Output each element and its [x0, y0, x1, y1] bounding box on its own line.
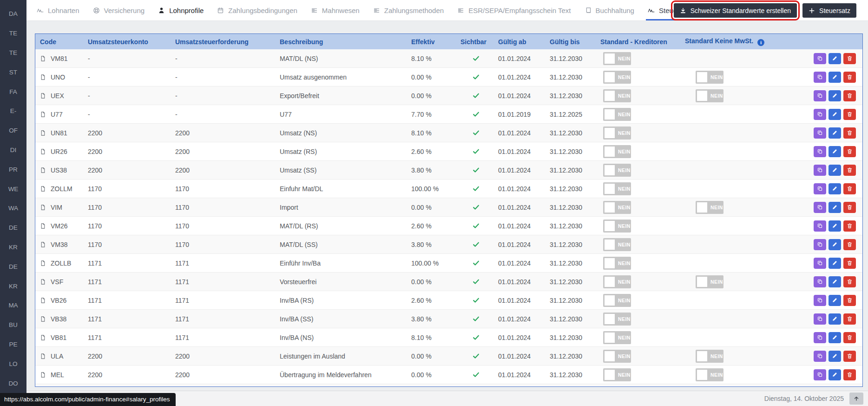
delete-button[interactable] — [843, 202, 856, 213]
sidebar-item-fa[interactable]: FA — [0, 82, 26, 101]
delete-button[interactable] — [843, 165, 856, 176]
delete-button[interactable] — [843, 295, 856, 306]
delete-button[interactable] — [843, 332, 856, 343]
standard-kreditoren-toggle[interactable]: NEIN — [603, 275, 631, 288]
duplicate-button[interactable] — [814, 332, 826, 343]
tab-esr-sepa-empfangsschein-text[interactable]: ESR/SEPA/Empfangsschein Text — [457, 0, 571, 20]
standard-keine-mwst-toggle[interactable]: NEIN — [696, 89, 723, 102]
delete-button[interactable] — [843, 276, 856, 287]
standard-keine-mwst-toggle[interactable]: NEIN — [696, 71, 723, 84]
edit-button[interactable] — [829, 313, 841, 325]
sidebar-item-bu[interactable]: BU — [0, 315, 26, 335]
edit-button[interactable] — [829, 146, 841, 157]
tab-lohnprofile[interactable]: Lohnprofile — [158, 0, 204, 20]
standard-keine-mwst-toggle[interactable]: NEIN — [696, 201, 723, 214]
edit-button[interactable] — [829, 53, 841, 64]
create-swiss-defaults-button[interactable]: Schweizer Standardwerte erstellen — [674, 3, 797, 18]
edit-button[interactable] — [829, 295, 841, 306]
delete-button[interactable] — [843, 183, 856, 194]
edit-button[interactable] — [829, 202, 841, 213]
standard-kreditoren-toggle[interactable]: NEIN — [603, 331, 631, 344]
sidebar-item-lo[interactable]: LO — [0, 354, 26, 373]
delete-button[interactable] — [843, 72, 856, 83]
duplicate-button[interactable] — [814, 109, 826, 120]
standard-kreditoren-toggle[interactable]: NEIN — [603, 313, 631, 326]
duplicate-button[interactable] — [814, 313, 826, 325]
delete-button[interactable] — [843, 239, 856, 250]
standard-kreditoren-toggle[interactable]: NEIN — [603, 108, 631, 121]
standard-kreditoren-toggle[interactable]: NEIN — [603, 164, 631, 177]
standard-keine-mwst-toggle[interactable]: NEIN — [696, 275, 723, 288]
duplicate-button[interactable] — [814, 220, 826, 232]
sidebar-item-do[interactable]: DO — [0, 373, 26, 393]
sidebar-item-de[interactable]: DE — [0, 218, 26, 238]
edit-button[interactable] — [829, 109, 841, 120]
scroll-to-top-button[interactable] — [849, 393, 863, 405]
delete-button[interactable] — [843, 90, 856, 101]
standard-kreditoren-toggle[interactable]: NEIN — [603, 201, 631, 214]
delete-button[interactable] — [843, 146, 856, 157]
duplicate-button[interactable] — [814, 146, 826, 157]
edit-button[interactable] — [829, 258, 841, 269]
tab-lohnarten[interactable]: Lohnarten — [37, 0, 79, 20]
standard-kreditoren-toggle[interactable]: NEIN — [603, 182, 631, 195]
edit-button[interactable] — [829, 72, 841, 83]
standard-kreditoren-toggle[interactable]: NEIN — [603, 294, 631, 307]
sidebar-item-ma[interactable]: MA — [0, 296, 26, 315]
duplicate-button[interactable] — [814, 165, 826, 176]
sidebar-item-de[interactable]: DE — [0, 257, 26, 276]
add-steuersatz-button[interactable]: Steuersatz — [802, 3, 856, 18]
sidebar-item-pe[interactable]: PE — [0, 335, 26, 354]
standard-kreditoren-toggle[interactable]: NEIN — [603, 368, 631, 381]
sidebar-item-te[interactable]: TE — [0, 24, 26, 43]
standard-kreditoren-toggle[interactable]: NEIN — [603, 145, 631, 158]
duplicate-button[interactable] — [814, 202, 826, 213]
delete-button[interactable] — [843, 258, 856, 269]
delete-button[interactable] — [843, 369, 856, 380]
standard-keine-mwst-toggle[interactable]: NEIN — [696, 350, 723, 363]
duplicate-button[interactable] — [814, 239, 826, 250]
edit-button[interactable] — [829, 127, 841, 139]
sidebar-item-of[interactable]: OF — [0, 121, 26, 140]
sidebar-item-pr[interactable]: PR — [0, 160, 26, 179]
standard-kreditoren-toggle[interactable]: NEIN — [603, 126, 631, 140]
duplicate-button[interactable] — [814, 295, 826, 306]
standard-kreditoren-toggle[interactable]: NEIN — [603, 71, 631, 84]
duplicate-button[interactable] — [814, 183, 826, 194]
standard-kreditoren-toggle[interactable]: NEIN — [603, 238, 631, 251]
duplicate-button[interactable] — [814, 90, 826, 101]
sidebar-item-we[interactable]: WE — [0, 179, 26, 199]
standard-keine-mwst-toggle[interactable]: NEIN — [696, 368, 723, 381]
tab-zahlungsmethoden[interactable]: Zahlungsmethoden — [373, 0, 444, 20]
edit-button[interactable] — [829, 183, 841, 194]
edit-button[interactable] — [829, 220, 841, 232]
edit-button[interactable] — [829, 90, 841, 101]
delete-button[interactable] — [843, 313, 856, 325]
duplicate-button[interactable] — [814, 276, 826, 287]
tab-mahnwesen[interactable]: Mahnwesen — [311, 0, 360, 20]
sidebar-item-te[interactable]: TE — [0, 43, 26, 63]
delete-button[interactable] — [843, 351, 856, 362]
duplicate-button[interactable] — [814, 72, 826, 83]
delete-button[interactable] — [843, 220, 856, 232]
duplicate-button[interactable] — [814, 369, 826, 380]
delete-button[interactable] — [843, 127, 856, 139]
sidebar-item-di[interactable]: DI — [0, 140, 26, 160]
tab-buchhaltung[interactable]: Buchhaltung — [585, 0, 634, 20]
edit-button[interactable] — [829, 239, 841, 250]
edit-button[interactable] — [829, 276, 841, 287]
sidebar-item-e[interactable]: E- — [0, 101, 26, 121]
delete-button[interactable] — [843, 109, 856, 120]
info-icon[interactable] — [757, 39, 764, 46]
edit-button[interactable] — [829, 351, 841, 362]
standard-kreditoren-toggle[interactable]: NEIN — [603, 257, 631, 270]
edit-button[interactable] — [829, 165, 841, 176]
sidebar-item-kr[interactable]: KR — [0, 276, 26, 296]
tab-zahlungsbedingungen[interactable]: Zahlungsbedingungen — [217, 0, 297, 20]
edit-button[interactable] — [829, 332, 841, 343]
duplicate-button[interactable] — [814, 127, 826, 139]
standard-kreditoren-toggle[interactable]: NEIN — [603, 89, 631, 102]
sidebar-item-da[interactable]: DA — [0, 4, 26, 24]
delete-button[interactable] — [843, 53, 856, 64]
duplicate-button[interactable] — [814, 258, 826, 269]
